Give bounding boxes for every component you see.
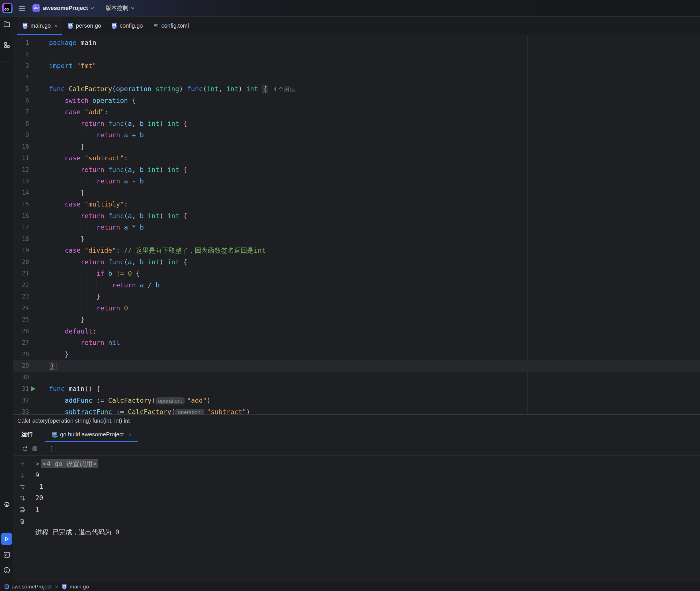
problems-icon[interactable]	[0, 567, 13, 574]
code-line[interactable]: 32addFunc := CalcFactory(operation:"add"…	[13, 395, 700, 406]
code-line[interactable]: 11case "subtract":	[13, 152, 700, 164]
code-line[interactable]: 1package main	[13, 37, 700, 49]
line-number: 27	[13, 337, 29, 349]
print-icon[interactable]	[13, 504, 31, 516]
code-text: return 0	[49, 305, 128, 312]
stop-icon[interactable]	[30, 444, 40, 454]
code-line[interactable]: 26default:	[13, 326, 700, 337]
line-number: 14	[13, 187, 29, 199]
indent-guide	[65, 233, 81, 245]
breadcrumb-project[interactable]: awesomeProject	[12, 584, 52, 590]
code-text: import "fmt"	[49, 62, 96, 69]
run-body: ><4 go 设置调用> 9-1201 进程 已完成，退出代码为 0	[13, 456, 700, 582]
code-line[interactable]: 27return nil	[13, 337, 700, 349]
tab-main-go[interactable]: main.go ×	[17, 16, 62, 35]
run-gutter-icon[interactable]	[31, 386, 36, 391]
code-line[interactable]: 8return func(a, b int) int {	[13, 118, 700, 130]
code-line[interactable]: 29}	[13, 360, 700, 372]
code-line[interactable]: 22return a / b	[13, 279, 700, 291]
run-tool-window: 运行 go build awesomeProject × ⋮	[13, 427, 700, 582]
code-line[interactable]: 23}	[13, 291, 700, 303]
indent-guide	[49, 326, 65, 337]
code-line[interactable]: 4	[13, 72, 700, 83]
run-tool-window-button[interactable]	[1, 533, 12, 545]
code-line[interactable]: 15case "multiply":	[13, 199, 700, 210]
code-line[interactable]: 19case "divide": // 这里是向下取整了，因为函数签名返回是in…	[13, 245, 700, 256]
code-text: case "subtract":	[49, 154, 128, 162]
close-icon[interactable]: ×	[54, 23, 57, 28]
code-line[interactable]: 5func CalcFactory(operation string) func…	[13, 83, 700, 95]
code-editor[interactable]: 1package main23import "fmt"45func CalcFa…	[13, 35, 700, 414]
code-line[interactable]: 30	[13, 372, 700, 383]
indent-guide	[49, 233, 65, 245]
code-line[interactable]: 25}	[13, 314, 700, 326]
code-text: subtractFunc := CalcFactory(operation:"s…	[49, 408, 250, 414]
run-config-tab[interactable]: go build awesomeProject ×	[45, 427, 138, 442]
indent-guide	[49, 106, 65, 118]
project-avatar[interactable]: AP	[32, 4, 40, 12]
indent-guide	[65, 337, 81, 349]
soft-wrap-icon[interactable]	[13, 481, 31, 493]
code-line[interactable]: 10}	[13, 141, 700, 153]
vcs-widget[interactable]: 版本控制	[106, 4, 128, 12]
indent-guide	[65, 303, 81, 314]
code-line[interactable]: 33subtractFunc := CalcFactory(operation:…	[13, 406, 700, 414]
indent-guide	[49, 303, 65, 314]
code-line[interactable]: 13return a - b	[13, 176, 700, 187]
code-line[interactable]: 6switch operation {	[13, 95, 700, 107]
code-line[interactable]: 9return a + b	[13, 129, 700, 141]
console-fold-chevron[interactable]: >	[35, 460, 39, 467]
line-number: 1	[13, 37, 29, 49]
indent-guide	[49, 221, 65, 233]
up-arrow-icon[interactable]	[13, 459, 31, 470]
scroll-end-icon[interactable]	[13, 493, 31, 504]
indent-guide	[65, 256, 81, 268]
status-bar: awesomeProject > main.go	[0, 582, 700, 591]
code-line[interactable]: 14}	[13, 187, 700, 199]
code-line[interactable]: 7case "add":	[13, 106, 700, 118]
services-icon[interactable]	[0, 501, 13, 508]
down-arrow-icon[interactable]	[13, 470, 31, 481]
tab-config-toml[interactable]: config.toml	[148, 16, 194, 35]
console-line: 9	[31, 469, 700, 481]
code-text: return func(a, b int) int {	[49, 166, 187, 174]
tab-person-go[interactable]: person.go	[62, 16, 106, 35]
close-icon[interactable]: ×	[128, 432, 131, 438]
run-console[interactable]: ><4 go 设置调用> 9-1201 进程 已完成，退出代码为 0	[31, 456, 700, 582]
breadcrumb-file[interactable]: main.go	[70, 584, 89, 590]
structure-icon[interactable]	[0, 42, 13, 49]
code-line[interactable]: 20return func(a, b int) int {	[13, 256, 700, 268]
tab-config-go[interactable]: config.go	[106, 16, 148, 35]
code-line[interactable]: 2	[13, 49, 700, 60]
code-line[interactable]: 31func main() {	[13, 383, 700, 395]
code-line[interactable]: 12return func(a, b int) int {	[13, 164, 700, 176]
more-tool-windows-icon[interactable]: ···	[0, 58, 13, 66]
indent-guide	[49, 152, 65, 164]
terminal-icon[interactable]	[0, 551, 13, 559]
code-line[interactable]: 17return a * b	[13, 221, 700, 233]
tab-label: config.toml	[161, 22, 189, 29]
line-number: 24	[13, 303, 29, 314]
rerun-icon[interactable]	[20, 444, 30, 454]
console-line: 20	[31, 492, 700, 504]
indent-guide	[81, 176, 96, 187]
folded-command[interactable]: <4 go 设置调用>	[41, 459, 98, 468]
run-toolbar: ⋮	[13, 442, 700, 456]
kebab-menu-icon[interactable]: ⋮	[47, 444, 56, 454]
project-selector[interactable]: awesomeProject	[43, 5, 88, 11]
indent-guide	[49, 337, 65, 349]
code-line[interactable]: 18}	[13, 233, 700, 245]
code-line[interactable]: 21if b != 0 {	[13, 268, 700, 279]
code-line[interactable]: 16return func(a, b int) int {	[13, 210, 700, 222]
project-folder-icon[interactable]	[0, 20, 13, 28]
indent-guide	[49, 291, 65, 303]
indent-guide	[49, 314, 65, 326]
indent-guide	[49, 279, 65, 291]
code-line[interactable]: 3import "fmt"	[13, 60, 700, 72]
hamburger-icon[interactable]	[19, 6, 25, 10]
code-text: return a - b	[49, 178, 144, 185]
indent-guide	[81, 221, 96, 233]
code-line[interactable]: 24return 0	[13, 303, 700, 314]
code-line[interactable]: 28}	[13, 349, 700, 360]
trash-icon[interactable]	[13, 516, 31, 527]
